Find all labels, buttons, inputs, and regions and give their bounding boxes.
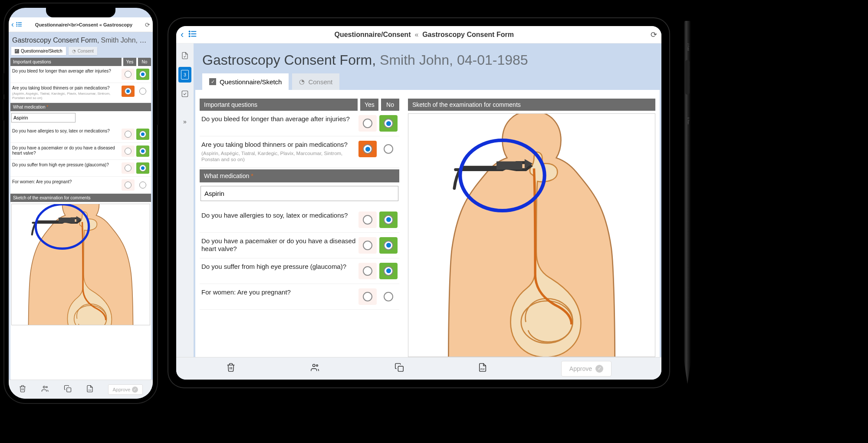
header-yes: Yes [123,58,136,66]
page-count-badge: 3 [181,70,189,79]
radio-icon [139,71,146,78]
sketch-canvas[interactable] [408,113,655,357]
phone-header: Gastroscopy Consent Form, Smith John, 04… [9,32,153,47]
question-hint: (Aspirin, Aspégic, Tiatral, Kardegic, Pl… [201,150,356,163]
people-icon[interactable] [309,363,321,374]
radio-no[interactable] [379,141,398,157]
radio-no[interactable] [136,69,149,80]
medication-header: What medication * [10,103,151,111]
refresh-icon[interactable]: ⟳ [651,30,657,40]
people-icon[interactable] [41,385,49,394]
phone-tabs: Questionnaire/Sketch ◔Consent [9,47,153,58]
svg-text:PDF: PDF [480,368,485,370]
question-row: Do you bleed for longer than average aft… [200,111,399,136]
radio-yes[interactable] [358,115,377,132]
radio-no[interactable] [379,263,398,279]
svg-rect-27 [685,60,690,95]
radio-yes[interactable] [358,212,377,228]
question-text: Do you suffer from high eye pressure (gl… [12,162,120,168]
tab-consent[interactable]: ◔Consent [69,47,97,55]
phone-screen: ‹ Questionnaire/<br>Consent « Gastroscop… [9,8,153,399]
pdf-icon[interactable]: PDF [478,363,487,374]
tab-questionnaire[interactable]: ✓Questionnaire/Sketch [202,73,289,90]
question-text: Do you have allergies to soy, latex or m… [12,129,120,134]
svg-point-4 [16,24,17,24]
radio-no[interactable] [379,115,398,132]
radio-yes[interactable] [122,162,135,174]
trash-icon[interactable] [19,385,26,394]
question-row: Do you bleed for longer than average aft… [10,66,151,83]
tablet-screen: ‹ Questionnaire/Consent « Gastroscopy Co… [176,26,661,380]
question-row: Do you have allergies to soy, latex or m… [200,207,399,233]
question-text: Are you taking blood thinners or pain me… [12,86,120,100]
sidebar-expand-icon[interactable]: » [178,114,191,129]
clock-icon: ◔ [72,49,76,53]
list-icon[interactable] [188,29,197,40]
radio-yes[interactable] [358,263,377,279]
phone-body: Important questions Yes No Do you bleed … [10,58,151,380]
tablet-content: Gastroscopy Consent Form, Smith John, 04… [194,43,661,357]
phone-volume-button [3,99,4,121]
svg-point-9 [43,386,45,388]
list-icon[interactable] [16,21,23,29]
question-row: Do you suffer from high eye pressure (gl… [200,258,399,284]
radio-yes[interactable] [122,145,135,157]
refresh-icon[interactable]: ⟳ [145,21,150,28]
radio-no[interactable] [136,145,149,157]
radio-no[interactable] [136,86,149,97]
patient-name-text: Smith John [380,52,449,68]
radio-yes[interactable] [122,179,135,191]
radio-no[interactable] [379,212,398,228]
radio-yes[interactable] [358,288,377,305]
copy-icon[interactable] [64,385,72,394]
radio-no[interactable] [136,179,149,191]
radio-icon [384,144,393,154]
radio-icon [384,119,393,128]
tab-questionnaire[interactable]: Questionnaire/Sketch [11,47,66,55]
medication-input[interactable] [201,186,398,201]
question-row: Do you have allergies to soy, latex or m… [10,126,151,143]
patient-info-text: Smith John, 04-01… [101,36,149,44]
sidebar-item-check[interactable] [178,86,191,102]
phone-bottom-toolbar: PDF Approve✓ [9,380,153,399]
question-text: Do you have a pacemaker or do you have a… [201,237,356,254]
radio-yes[interactable] [358,141,377,157]
question-text: Do you have allergies to soy, latex or m… [201,212,356,220]
phone-notch [46,8,115,17]
trash-icon[interactable] [226,363,236,374]
approve-button[interactable]: Approve✓ [561,361,612,377]
svg-point-23 [312,364,315,367]
breadcrumb: Questionnaire/<br>Consent « Gastroscopy [24,22,143,27]
form-title-text: Gastroscopy Consent Form [202,52,372,68]
copy-icon[interactable] [395,363,404,374]
check-icon: ✓ [132,387,138,393]
radio-yes[interactable] [122,69,135,80]
back-icon[interactable]: ‹ [181,29,184,40]
svg-rect-25 [398,366,403,371]
svg-point-3 [16,22,17,23]
radio-yes[interactable] [122,86,135,97]
sketch-canvas[interactable] [11,204,150,325]
radio-yes[interactable] [122,129,135,140]
approve-label: Approve [569,365,592,372]
radio-icon [125,71,132,78]
breadcrumb: Questionnaire/Consent « Gastroscopy Cons… [202,31,646,39]
patient-dob-text: 04-01-1985 [457,52,528,68]
pdf-icon[interactable]: PDF [86,385,94,394]
question-text: Do you bleed for longer than average aft… [201,115,356,123]
radio-no[interactable] [136,162,149,174]
sidebar-item-pages[interactable]: 3 [178,67,191,83]
radio-no[interactable] [379,237,398,254]
tab-label: Questionnaire/Sketch [21,49,62,53]
radio-no[interactable] [379,288,398,305]
approve-button[interactable]: Approve✓ [108,384,143,395]
sidebar-item-doc[interactable] [178,48,191,63]
radio-icon [384,266,393,276]
back-icon[interactable]: ‹ [11,20,14,29]
medication-input[interactable] [11,113,76,122]
tab-consent[interactable]: ◔Consent [292,73,339,90]
radio-yes[interactable] [358,237,377,254]
radio-no[interactable] [136,129,149,140]
header-no: No [138,58,151,66]
breadcrumb-sep: « [414,31,418,38]
